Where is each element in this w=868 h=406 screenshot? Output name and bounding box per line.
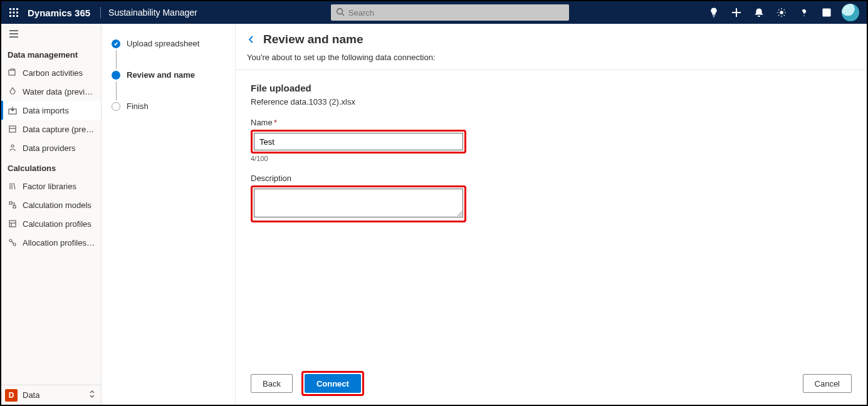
app-launcher-icon[interactable] [5,4,23,21]
connect-button-highlight: Connect [301,371,364,396]
nav-item-allocation-profiles[interactable]: Allocation profiles (p... [1,233,101,252]
global-search-input[interactable] [348,8,564,18]
nav-item-label: Factor libraries [23,182,96,191]
step-label: Review and name [127,70,195,80]
step-label: Finish [127,102,149,112]
top-app-bar: Dynamics 365 Sustainability Manager [1,1,867,24]
page-title: Review and name [263,33,363,46]
step-connector [116,50,117,69]
svg-rect-28 [9,221,16,227]
app-name: Sustainability Manager [105,8,197,18]
step-upload-spreadsheet[interactable]: Upload spreadsheet [112,39,225,49]
brand-name[interactable]: Dynamics 365 [23,8,97,18]
updown-caret-icon [87,390,97,400]
name-label-text: Name [251,118,273,127]
nav-item-data-imports[interactable]: Data imports [1,101,101,120]
lightbulb-icon[interactable] [703,1,725,24]
nav-item-label: Allocation profiles (p... [23,238,96,247]
description-field-highlight [251,185,466,222]
gear-icon[interactable] [770,1,793,24]
back-button[interactable]: Back [251,374,293,393]
svg-rect-3 [9,12,11,14]
add-icon[interactable] [725,1,748,24]
step-review-and-name[interactable]: Review and name [112,70,225,80]
wizard-footer: Back Connect Cancel [236,363,867,405]
area-label: Data [23,390,87,400]
search-icon [336,8,345,18]
main-body: File uploaded Reference data.1033 (2).xl… [236,70,867,363]
user-avatar[interactable] [842,4,859,21]
cancel-button[interactable]: Cancel [803,374,852,393]
nav-item-label: Calculation models [23,200,96,210]
svg-rect-5 [16,12,18,14]
wizard-stepper: Upload spreadsheet Review and name Finis… [102,24,236,405]
nav-item-label: Data providers [23,143,96,153]
name-char-counter: 4/100 [251,155,852,162]
nav-item-data-providers[interactable]: Data providers [1,138,101,157]
svg-point-11 [780,11,783,14]
description-field-label: Description [251,174,852,183]
svg-rect-0 [9,8,11,10]
svg-rect-8 [16,15,18,17]
imports-icon [8,105,18,115]
nav-item-factor-libraries[interactable]: Factor libraries [1,177,101,195]
svg-rect-18 [9,70,15,75]
nav-item-label: Data capture (preview) [23,125,96,134]
required-asterisk: * [274,118,277,127]
description-input[interactable] [254,189,463,217]
back-chevron-icon[interactable] [247,34,257,44]
bell-icon[interactable] [748,1,770,24]
help-icon[interactable] [793,1,815,24]
svg-rect-1 [13,8,15,10]
svg-rect-2 [16,8,18,10]
step-completed-icon [112,39,120,48]
nav-item-label: Water data (preview) [23,87,96,96]
step-upcoming-icon [112,102,120,111]
hamburger-icon[interactable] [1,24,101,44]
svg-rect-6 [9,15,11,17]
library-icon [8,181,18,191]
page-subtitle: You're about to set up the following dat… [247,53,855,62]
nav-area-switcher[interactable]: D Data [1,385,101,405]
name-field-highlight [251,130,466,154]
nav-item-calculation-profiles[interactable]: Calculation profiles [1,214,101,233]
svg-point-32 [13,243,16,246]
name-input[interactable] [254,133,463,150]
header-divider [100,7,101,18]
water-icon [8,86,18,96]
step-finish[interactable]: Finish [112,102,225,112]
carbon-icon [8,68,18,78]
nav-section-calculations: Calculations [1,157,101,177]
nav-section-data-management: Data management [1,44,101,63]
nav-item-label: Carbon activities [23,68,96,78]
left-navigation: Data management Carbon activities Water … [1,24,102,405]
svg-line-25 [14,183,15,189]
name-field-label: Name* [251,118,852,127]
svg-rect-26 [9,202,12,204]
svg-rect-27 [13,206,16,208]
main-header: Review and name You're about to set up t… [236,24,867,70]
svg-line-10 [342,13,344,16]
connect-button[interactable]: Connect [305,374,361,393]
svg-rect-4 [13,12,15,14]
nav-item-carbon-activities[interactable]: Carbon activities [1,63,101,82]
allocation-icon [8,237,18,247]
nav-item-water-data[interactable]: Water data (preview) [1,82,101,101]
area-badge: D [5,389,18,402]
nav-item-label: Data imports [23,106,96,115]
step-label: Upload spreadsheet [127,39,199,49]
book-icon[interactable] [815,1,838,24]
nav-item-data-capture[interactable]: Data capture (preview) [1,120,101,138]
global-search[interactable] [331,4,569,21]
svg-point-22 [11,145,14,147]
uploaded-file-name: Reference data.1033 (2).xlsx [251,97,852,107]
file-uploaded-heading: File uploaded [251,83,852,93]
nav-item-calculation-models[interactable]: Calculation models [1,195,101,214]
profiles-icon [8,219,18,229]
step-connector [116,81,117,100]
top-right-actions [703,1,863,24]
capture-icon [8,124,18,134]
svg-point-12 [803,15,805,16]
svg-rect-7 [13,15,15,17]
main-content: Review and name You're about to set up t… [236,24,867,405]
